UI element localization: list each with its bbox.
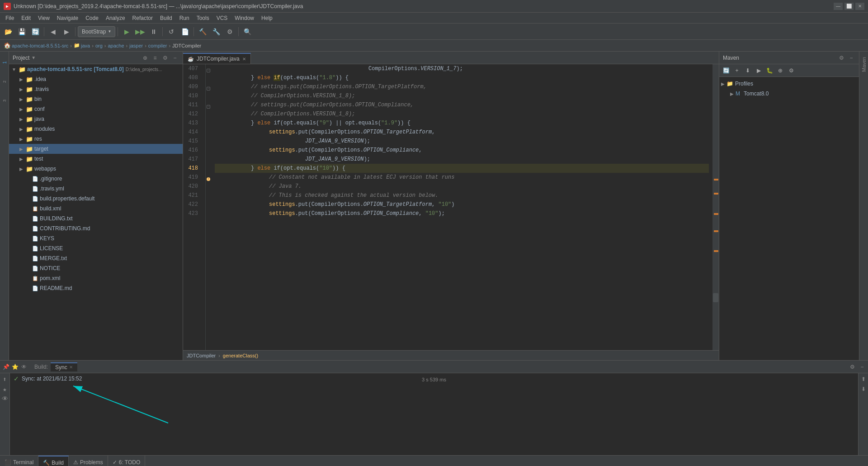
menu-edit[interactable]: Edit bbox=[18, 13, 34, 23]
editor-scrollbar[interactable] bbox=[712, 64, 719, 350]
menu-vcs[interactable]: VCS bbox=[213, 13, 231, 23]
bottom-settings-btn[interactable]: ⚙ bbox=[848, 363, 856, 371]
tree-root[interactable]: ▼ 📁 apache-tomcat-8.5.51-src [Tomcat8.0]… bbox=[9, 64, 183, 74]
bottom-star-btn[interactable]: ⭐ bbox=[11, 363, 19, 371]
code-editor[interactable]: 407 408 409 410 411 412 413 414 415 416 … bbox=[183, 64, 719, 350]
maven-refresh-btn[interactable]: 🔄 bbox=[721, 66, 731, 76]
tree-test[interactable]: ▶ 📁 test bbox=[9, 154, 183, 164]
sync-tab-close[interactable]: ✕ bbox=[69, 365, 73, 370]
scrollbar-thumb[interactable] bbox=[713, 293, 718, 302]
bottom-tab-sync[interactable]: Sync ✕ bbox=[51, 362, 77, 371]
build-side-btn1[interactable]: ⬆ bbox=[859, 375, 868, 383]
left-structure-icon[interactable]: 2 bbox=[1, 72, 8, 90]
panel-minimize-btn[interactable]: − bbox=[171, 54, 179, 62]
menu-code[interactable]: Code bbox=[82, 13, 102, 23]
tree-modules[interactable]: ▶ 📁 modules bbox=[9, 124, 183, 134]
code-crumb-method[interactable]: generateClass() bbox=[223, 353, 258, 358]
left-project-icon[interactable]: 1 bbox=[1, 53, 8, 71]
toolbar-refresh-btn[interactable]: ↺ bbox=[165, 25, 178, 38]
breadcrumb-jdtcompiler[interactable]: JDTCompiler bbox=[172, 43, 201, 48]
bottom-minimize-btn[interactable]: − bbox=[858, 363, 866, 371]
panel-locate-btn[interactable]: ⊕ bbox=[141, 54, 149, 62]
maximize-button[interactable]: ⬜ bbox=[844, 3, 854, 10]
fold-413[interactable]: − bbox=[207, 105, 210, 109]
maven-close-btn[interactable]: − bbox=[847, 54, 855, 62]
breadcrumb-compiler[interactable]: compiler bbox=[148, 43, 167, 48]
breadcrumb-root[interactable]: 🏠 apache-tomcat-8.5.51-src bbox=[4, 42, 68, 49]
tree-contributing[interactable]: 📄 CONTRIBUTING.md bbox=[9, 223, 183, 233]
maven-settings-btn[interactable]: ⚙ bbox=[837, 54, 845, 62]
maven-debug2-btn[interactable]: 🐛 bbox=[764, 66, 774, 76]
maven-settings2-btn[interactable]: ⚙ bbox=[786, 66, 796, 76]
editor-tab-close[interactable]: ✕ bbox=[242, 57, 246, 62]
toolbar-hammer-btn[interactable]: 🔧 bbox=[210, 25, 222, 38]
toolbar-stop-btn[interactable]: ⏸ bbox=[147, 25, 160, 38]
project-dropdown-arrow[interactable]: ▼ bbox=[31, 55, 36, 60]
toolbar-debug-btn[interactable]: ▶▶ bbox=[134, 25, 146, 38]
maven-toggle-btn[interactable]: ⊕ bbox=[775, 66, 785, 76]
build-tab[interactable]: 🔨 Build bbox=[38, 456, 69, 466]
tree-gitignore[interactable]: 📄 .gitignore bbox=[9, 174, 183, 184]
tree-target[interactable]: ▶ 📁 target bbox=[9, 144, 183, 154]
menu-refactor[interactable]: Refactor bbox=[129, 13, 156, 23]
todo-tab[interactable]: ✓ 6: TODO bbox=[108, 456, 146, 466]
build-side-btn2[interactable]: ⬇ bbox=[859, 385, 868, 393]
bottom-eye2-icon[interactable]: 👁 bbox=[1, 395, 9, 403]
tree-travis-yml[interactable]: 📄 .travis.yml bbox=[9, 184, 183, 194]
maven-download-btn[interactable]: ⬇ bbox=[743, 66, 753, 76]
fold-407[interactable]: − bbox=[207, 69, 210, 72]
maven-run2-btn[interactable]: ▶ bbox=[754, 66, 764, 76]
code-content[interactable]: CompilerOptions.VERSION_1_7); } else if(… bbox=[211, 64, 712, 350]
breadcrumb-java[interactable]: 📁 java bbox=[74, 43, 90, 48]
menu-navigate[interactable]: Navigate bbox=[53, 13, 82, 23]
maven-add-btn[interactable]: + bbox=[732, 66, 742, 76]
maven-edge-label[interactable]: Maven bbox=[860, 53, 868, 76]
tree-travis[interactable]: ▶ 📁 .travis bbox=[9, 84, 183, 94]
tree-conf[interactable]: ▶ 📁 conf bbox=[9, 104, 183, 114]
bootstrap-dropdown[interactable]: BootStrap ▼ bbox=[78, 26, 115, 37]
toolbar-settings-btn[interactable]: ⚙ bbox=[223, 25, 236, 38]
code-crumb-class[interactable]: JDTCompiler bbox=[187, 353, 216, 358]
editor-tab-jdtcompiler[interactable]: ☕ JDTCompiler.java ✕ bbox=[183, 53, 251, 64]
left-favorites-icon[interactable]: 3 bbox=[1, 91, 8, 109]
menu-analyze[interactable]: Analyze bbox=[102, 13, 129, 23]
toolbar-sync-btn[interactable]: 🔄 bbox=[29, 25, 42, 38]
menu-window[interactable]: Window bbox=[231, 13, 258, 23]
terminal-tab[interactable]: ⬛ Terminal bbox=[0, 456, 38, 466]
toolbar-save-btn[interactable]: 💾 bbox=[15, 25, 28, 38]
panel-collapse-btn[interactable]: ≡ bbox=[151, 54, 159, 62]
tree-build-xml[interactable]: 📋 build.xml bbox=[9, 204, 183, 214]
breadcrumb-org[interactable]: org bbox=[95, 43, 103, 48]
menu-file[interactable]: File bbox=[2, 13, 18, 23]
breadcrumb-apache[interactable]: apache bbox=[108, 43, 124, 48]
toolbar-forward-btn[interactable]: ▶ bbox=[60, 25, 73, 38]
close-button[interactable]: ✕ bbox=[855, 3, 864, 10]
bottom-pin-btn[interactable]: 📌 bbox=[2, 363, 10, 371]
menu-help[interactable]: Help bbox=[258, 13, 276, 23]
problems-tab[interactable]: ⚠ Problems bbox=[69, 456, 108, 466]
tree-res[interactable]: ▶ 📁 res bbox=[9, 134, 183, 144]
bottom-eye-btn[interactable]: 👁 bbox=[20, 363, 28, 371]
menu-run[interactable]: Run bbox=[176, 13, 193, 23]
tree-keys[interactable]: 📄 KEYS bbox=[9, 233, 183, 243]
tree-idea[interactable]: ▶ 📁 .idea bbox=[9, 74, 183, 84]
tree-pom[interactable]: 📋 pom.xml bbox=[9, 273, 183, 283]
bottom-star2-icon[interactable]: ★ bbox=[1, 385, 9, 393]
toolbar-file-btn[interactable]: 📄 bbox=[179, 25, 191, 38]
menu-tools[interactable]: Tools bbox=[193, 13, 213, 23]
maven-profiles[interactable]: ▶ 📁 Profiles bbox=[721, 79, 857, 89]
breadcrumb-jasper[interactable]: jasper bbox=[129, 43, 143, 48]
toolbar-build-btn[interactable]: 🔨 bbox=[196, 25, 209, 38]
bottom-up-icon[interactable]: ⬆ bbox=[1, 375, 9, 383]
maven-tomcat8[interactable]: ▶ M Tomcat8.0 bbox=[721, 89, 857, 99]
tree-license[interactable]: 📄 LICENSE bbox=[9, 243, 183, 253]
toolbar-run-btn[interactable]: ▶ bbox=[120, 25, 133, 38]
toolbar-open-btn[interactable]: 📂 bbox=[2, 25, 14, 38]
panel-settings-btn[interactable]: ⚙ bbox=[161, 54, 169, 62]
tree-readme[interactable]: 📄 README.md bbox=[9, 283, 183, 293]
menu-view[interactable]: View bbox=[34, 13, 53, 23]
toolbar-search-btn[interactable]: 🔍 bbox=[241, 25, 254, 38]
tree-webapps[interactable]: ▶ 📁 webapps bbox=[9, 164, 183, 174]
menu-build[interactable]: Build bbox=[156, 13, 176, 23]
tree-merge[interactable]: 📄 MERGE.txt bbox=[9, 253, 183, 263]
